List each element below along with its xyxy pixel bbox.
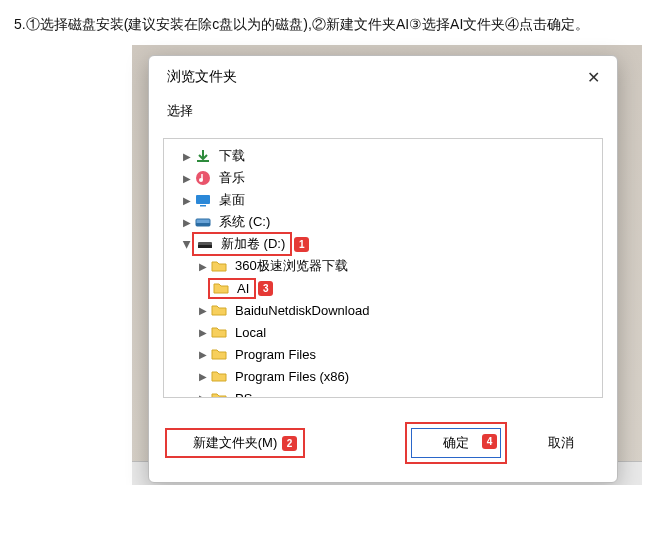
dialog-title: 浏览文件夹 <box>167 68 237 86</box>
dialog-titlebar: 浏览文件夹 ✕ <box>149 56 617 98</box>
tree-node-system-c[interactable]: ▶ 系统 (C:) <box>164 211 602 233</box>
folder-icon <box>210 324 228 340</box>
svg-point-2 <box>199 178 203 182</box>
tree-label: PS <box>232 390 255 399</box>
tree-label: Program Files (x86) <box>232 368 352 385</box>
tree-label: Program Files <box>232 346 319 363</box>
tree-node-d-pf86[interactable]: ▶ Program Files (x86) <box>164 365 602 387</box>
chevron-right-icon[interactable]: ▶ <box>180 151 194 162</box>
tree-node-d-360[interactable]: ▶ 360极速浏览器下载 <box>164 255 602 277</box>
tree-node-d-local[interactable]: ▶ Local <box>164 321 602 343</box>
annotation-badge-2: 2 <box>282 436 297 451</box>
chevron-right-icon[interactable]: ▶ <box>196 349 210 360</box>
tree-node-music[interactable]: ▶ 音乐 <box>164 167 602 189</box>
browse-folder-dialog: 浏览文件夹 ✕ 选择 ▶ 下载 ▶ 音乐 <box>148 55 618 483</box>
tree-label: 音乐 <box>216 168 248 188</box>
folder-icon <box>210 302 228 318</box>
svg-rect-8 <box>198 245 212 248</box>
screenshot-stage: 默认位置 浏览文件夹 ✕ 选择 ▶ 下载 ▶ <box>14 45 642 485</box>
svg-rect-3 <box>196 195 210 204</box>
tree-label: 下载 <box>216 146 248 166</box>
chevron-right-icon[interactable]: ▶ <box>196 327 210 338</box>
ai-folder-highlight: AI <box>210 280 254 297</box>
tree-node-d-pf[interactable]: ▶ Program Files <box>164 343 602 365</box>
svg-rect-4 <box>200 205 206 207</box>
folder-icon <box>210 390 228 398</box>
folder-icon <box>210 368 228 384</box>
chevron-right-icon[interactable]: ▶ <box>196 371 210 382</box>
tree-node-d-ai[interactable]: ▶ AI 3 <box>164 277 602 299</box>
annotation-badge-1: 1 <box>294 237 309 252</box>
chevron-right-icon[interactable]: ▶ <box>196 305 210 316</box>
folder-tree[interactable]: ▶ 下载 ▶ 音乐 ▶ 桌面 <box>163 138 603 398</box>
drive-icon <box>194 214 212 230</box>
tree-node-d-ps[interactable]: ▶ PS <box>164 387 602 398</box>
annotation-badge-4: 4 <box>482 434 497 449</box>
tree-label: AI <box>234 280 252 297</box>
desktop-icon <box>194 192 212 208</box>
drive-icon <box>196 236 214 252</box>
chevron-right-icon[interactable]: ▶ <box>196 393 210 399</box>
step-instruction: 5.①选择磁盘安装(建议安装在除c盘以为的磁盘),②新建文件夹AI③选择AI文件… <box>0 0 656 45</box>
svg-point-1 <box>196 171 210 185</box>
button-label: 新建文件夹(M) <box>193 434 278 452</box>
tree-label: 系统 (C:) <box>216 212 273 232</box>
download-icon <box>194 148 212 164</box>
music-icon <box>194 170 212 186</box>
chevron-right-icon[interactable]: ▶ <box>180 173 194 184</box>
folder-icon <box>210 346 228 362</box>
tree-node-desktop[interactable]: ▶ 桌面 <box>164 189 602 211</box>
tree-label: 桌面 <box>216 190 248 210</box>
button-label: 取消 <box>548 434 574 452</box>
tree-node-drive-d[interactable]: ▶ 新加卷 (D:) 1 <box>164 233 602 255</box>
chevron-right-icon[interactable]: ▶ <box>196 261 210 272</box>
cancel-button[interactable]: 取消 <box>521 428 601 458</box>
ok-button-highlight: 确定 4 <box>405 422 507 464</box>
tree-node-downloads[interactable]: ▶ 下载 <box>164 145 602 167</box>
annotation-badge-3: 3 <box>258 281 273 296</box>
folder-icon <box>210 258 228 274</box>
drive-d-highlight: 新加卷 (D:) <box>194 234 290 254</box>
close-icon: ✕ <box>587 68 600 87</box>
dialog-subtitle: 选择 <box>149 98 617 130</box>
chevron-right-icon[interactable]: ▶ <box>180 195 194 206</box>
dialog-button-row: 新建文件夹(M) 2 确定 4 取消 <box>149 412 617 482</box>
svg-rect-6 <box>196 223 210 226</box>
tree-label: Local <box>232 324 269 341</box>
folder-icon <box>212 280 230 296</box>
chevron-down-icon[interactable]: ▶ <box>182 237 193 251</box>
close-button[interactable]: ✕ <box>579 66 607 88</box>
tree-node-d-baidu[interactable]: ▶ BaiduNetdiskDownload <box>164 299 602 321</box>
tree-label: 360极速浏览器下载 <box>232 256 351 276</box>
tree-label: BaiduNetdiskDownload <box>232 302 372 319</box>
tree-label: 新加卷 (D:) <box>218 234 288 254</box>
new-folder-button[interactable]: 新建文件夹(M) 2 <box>165 428 305 458</box>
chevron-right-icon[interactable]: ▶ <box>180 217 194 228</box>
button-label: 确定 <box>443 434 469 452</box>
